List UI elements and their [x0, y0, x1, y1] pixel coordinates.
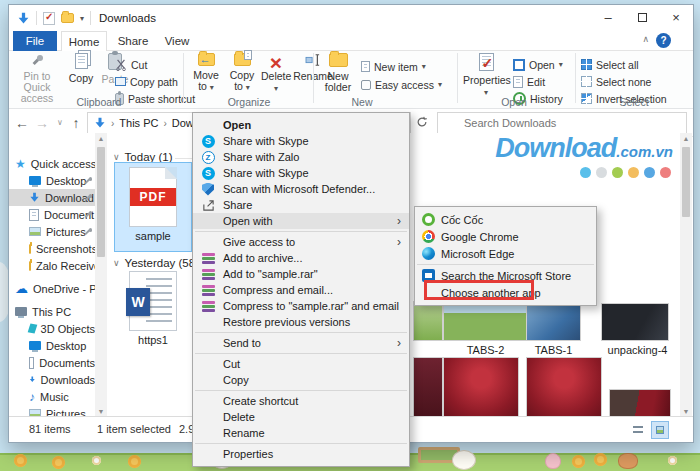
- open-button[interactable]: Open▾: [513, 57, 563, 72]
- menu-item-share-with-skype[interactable]: SShare with Skype: [193, 133, 409, 149]
- scroll-up-icon[interactable]: ▲: [680, 133, 692, 145]
- cut-button[interactable]: Cut: [115, 57, 147, 72]
- tab-share[interactable]: Share: [111, 31, 155, 51]
- divider: [90, 11, 91, 25]
- sidebar-item-zalo-received[interactable]: Zalo Receive: [9, 257, 95, 274]
- menu-item-send-to[interactable]: Send to›: [193, 335, 409, 351]
- select-none-button[interactable]: Select none: [581, 74, 651, 89]
- menu-item-restore-previous-versions[interactable]: Restore previous versions: [193, 314, 409, 330]
- menu-item-create-shortcut[interactable]: Create shortcut: [193, 393, 409, 409]
- maximize-button[interactable]: [625, 5, 659, 29]
- menu-item-rename[interactable]: Rename: [193, 425, 409, 441]
- menu-item-delete[interactable]: Delete: [193, 409, 409, 425]
- submenu-item-microsoft-edge[interactable]: Microsoft Edge: [415, 245, 596, 262]
- tab-home[interactable]: Home: [61, 31, 107, 51]
- sidebar-scrollbar[interactable]: ▲ ▼: [95, 133, 107, 418]
- submenu-item-coc-coc[interactable]: Cốc Cốc: [415, 211, 596, 228]
- new-folder-button[interactable]: Newfolder: [319, 53, 357, 93]
- move-to-button[interactable]: ← Moveto ▾: [189, 53, 223, 93]
- breadcrumb-this-pc[interactable]: This PC: [119, 117, 158, 129]
- minimize-button[interactable]: –: [591, 5, 625, 29]
- close-button[interactable]: ×: [659, 5, 693, 29]
- refresh-button[interactable]: [413, 112, 431, 134]
- menu-item-cut[interactable]: Cut: [193, 356, 409, 372]
- scrollbar-thumb[interactable]: [682, 147, 690, 217]
- up-button[interactable]: ↑: [67, 112, 85, 134]
- file-thumbnail-burger-3[interactable]: [609, 389, 671, 416]
- properties-button[interactable]: ✓ Properties▾: [463, 53, 509, 98]
- menu-item-add-to-archive[interactable]: Add to archive...: [193, 250, 409, 266]
- copy-path-button[interactable]: Copy path: [115, 74, 178, 89]
- sidebar-item-onedrive[interactable]: ☁OneDrive - Per: [9, 280, 95, 297]
- file-thumbnail-burger-1[interactable]: [443, 357, 519, 416]
- copy-to-button[interactable]: Copyto ▾: [225, 53, 259, 93]
- new-folder-qat-icon[interactable]: [61, 13, 74, 23]
- menu-item-open-with[interactable]: Open with›: [193, 213, 409, 229]
- menu-item-compress-to-sample-rar-and-email[interactable]: Compress to "sample.rar" and email: [193, 298, 409, 314]
- group-header-today[interactable]: ∨ Today (1): [113, 151, 173, 163]
- sidebar-item-documents[interactable]: Document: [9, 206, 95, 223]
- file-thumbnail-unpacking-4[interactable]: [601, 303, 669, 341]
- menu-item-share-with-zalo[interactable]: ZShare with Zalo: [193, 149, 409, 165]
- sidebar-item-downloads-2[interactable]: Downloads: [9, 371, 95, 388]
- document-icon: [29, 209, 39, 221]
- winrar-icon: [202, 300, 215, 313]
- menu-item-open[interactable]: Open: [193, 117, 409, 133]
- menu-item-copy[interactable]: Copy: [193, 372, 409, 388]
- group-header-yesterday[interactable]: ∨ Yesterday (58): [113, 257, 199, 269]
- file-label[interactable]: TABS-1: [511, 344, 596, 356]
- easy-access-button[interactable]: Easy access▾: [361, 77, 442, 92]
- menu-item-scan-with-defender[interactable]: Scan with Microsoft Defender...: [193, 181, 409, 197]
- file-label[interactable]: unpacking-4: [595, 344, 680, 356]
- sidebar-item-3d-objects[interactable]: 3D Objects: [9, 320, 95, 337]
- delete-button[interactable]: × Delete▾: [261, 53, 291, 94]
- details-view-button[interactable]: [629, 421, 647, 439]
- back-button[interactable]: ←: [13, 112, 31, 134]
- tab-file[interactable]: File: [13, 31, 57, 51]
- tab-view[interactable]: View: [157, 31, 197, 51]
- sidebar-item-documents-2[interactable]: Documents: [9, 354, 95, 371]
- qat-dropdown-icon[interactable]: ▾: [80, 14, 84, 23]
- search-input[interactable]: [438, 113, 686, 133]
- select-all-button[interactable]: Select all: [581, 57, 639, 72]
- sidebar-item-desktop[interactable]: Desktop: [9, 172, 95, 189]
- sidebar-item-desktop-2[interactable]: Desktop: [9, 337, 95, 354]
- scroll-up-icon[interactable]: ▲: [95, 133, 107, 145]
- thumbnails-view-button[interactable]: [651, 421, 669, 439]
- sidebar-item-quick-access[interactable]: ★Quick access: [9, 155, 95, 172]
- main-scrollbar[interactable]: ▲ ▼: [680, 133, 692, 418]
- file-thumbnail-burger-2[interactable]: [526, 357, 602, 416]
- select-all-icon: [581, 59, 592, 70]
- file-https1-word[interactable]: W https1: [115, 269, 191, 355]
- new-item-button[interactable]: New item▾: [361, 59, 426, 74]
- sidebar-item-screenshots[interactable]: Screenshots: [9, 240, 95, 257]
- submenu-item-google-chrome[interactable]: Google Chrome: [415, 228, 596, 245]
- search-box: [437, 112, 687, 134]
- sidebar-item-this-pc[interactable]: This PC: [9, 303, 95, 320]
- scrollbar-thumb[interactable]: [97, 147, 105, 257]
- menu-item-properties[interactable]: Properties: [193, 446, 409, 462]
- sidebar-item-music[interactable]: ♪Music: [9, 388, 95, 405]
- file-sample-pdf[interactable]: PDF sample: [115, 163, 191, 251]
- file-thumbnail-tabs-1[interactable]: [526, 301, 581, 341]
- sidebar-item-pictures[interactable]: Pictures: [9, 223, 95, 240]
- maximize-icon: [638, 13, 647, 22]
- sidebar-item-downloads[interactable]: Download: [9, 189, 95, 206]
- properties-qat-icon[interactable]: ✓: [43, 12, 55, 25]
- ribbon-collapse-icon[interactable]: ∧: [642, 34, 649, 44]
- file-thumbnail[interactable]: [413, 301, 443, 341]
- menu-item-share-with-skype-2[interactable]: SShare with Skype: [193, 165, 409, 181]
- edit-button[interactable]: Edit: [513, 74, 545, 89]
- menu-item-compress-and-email[interactable]: Compress and email...: [193, 282, 409, 298]
- open-with-submenu: Cốc Cốc Google Chrome Microsoft Edge Sea…: [414, 206, 597, 306]
- menu-item-give-access-to[interactable]: Give access to›: [193, 234, 409, 250]
- file-thumbnail-tabs-2[interactable]: [443, 301, 528, 341]
- menu-item-add-to-sample-rar[interactable]: Add to "sample.rar": [193, 266, 409, 282]
- file-thumbnail[interactable]: [413, 357, 443, 416]
- divider: [457, 53, 458, 103]
- forward-button[interactable]: →: [33, 112, 51, 134]
- help-icon[interactable]: ?: [656, 33, 671, 48]
- menu-item-share[interactable]: Share: [193, 197, 409, 213]
- menu-separator: [195, 390, 407, 391]
- copy-button[interactable]: Copy: [65, 53, 97, 84]
